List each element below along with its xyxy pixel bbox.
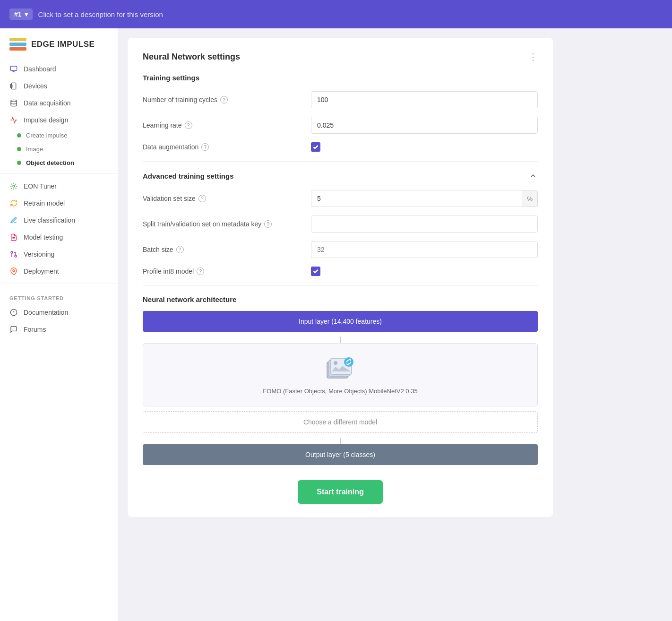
sidebar-label-devices: Devices (24, 82, 47, 90)
sidebar-item-impulse-design[interactable]: Impulse design (0, 112, 118, 129)
svg-point-10 (11, 251, 13, 253)
model-name-label: FOMO (Faster Objects, More Objects) Mobi… (155, 388, 526, 395)
output-layer-bar: Output layer (5 classes) (143, 444, 538, 465)
validation-set-size-label: Validation set size ? (143, 195, 303, 202)
sidebar-label-object-detection: Object detection (26, 159, 74, 166)
batch-size-input[interactable] (311, 241, 538, 258)
training-cycles-help-icon[interactable]: ? (220, 96, 228, 104)
more-options-icon[interactable]: ⋮ (528, 51, 538, 62)
logo-icon (9, 38, 26, 51)
docs-icon (9, 308, 18, 317)
validation-set-size-input-group: % (311, 190, 538, 207)
dot-icon-image (17, 147, 21, 151)
sidebar-label-live-classification: Live classification (24, 216, 75, 224)
sidebar-item-devices[interactable]: Devices (0, 78, 118, 95)
profile-int8-label: Profile int8 model ? (143, 267, 303, 275)
validation-set-size-input[interactable] (311, 190, 522, 207)
sidebar-item-create-impulse[interactable]: Create impulse (0, 129, 118, 142)
deployment-icon (9, 267, 18, 276)
validation-set-size-help-icon[interactable]: ? (198, 195, 206, 202)
version-badge[interactable]: #1 ▾ (9, 9, 33, 20)
dot-icon-create-impulse (17, 133, 21, 138)
split-train-validation-row: Split train/validation set on metadata k… (143, 216, 538, 233)
connector-line-1 (340, 336, 341, 343)
logo-stripe-blue (9, 43, 26, 46)
sidebar-label-impulse-design: Impulse design (24, 116, 68, 124)
monitor-icon (9, 65, 18, 73)
getting-started-label: GETTING STARTED (0, 288, 118, 304)
forums-icon (9, 325, 18, 334)
training-settings-section-title: Training settings (143, 74, 538, 82)
sidebar-label-eon-tuner: EON Tuner (24, 182, 57, 190)
sidebar-item-image[interactable]: Image (0, 142, 118, 156)
sidebar-label-create-impulse: Create impulse (26, 132, 67, 139)
data-augmentation-row: Data augmentation ? (143, 142, 538, 152)
sidebar-item-object-detection[interactable]: Object detection (0, 156, 118, 170)
svg-rect-0 (10, 66, 17, 70)
learning-rate-help-icon[interactable]: ? (185, 121, 192, 129)
version-description[interactable]: Click to set a description for this vers… (38, 10, 163, 18)
sidebar-label-data-acquisition: Data acquisition (24, 99, 71, 107)
sidebar-label-retrain-model: Retrain model (24, 199, 65, 207)
top-bar: #1 ▾ Click to set a description for this… (0, 0, 672, 28)
panel-header: Neural Network settings ⋮ (143, 51, 538, 62)
input-layer-bar: Input layer (14,400 features) (143, 311, 538, 332)
sidebar-item-forums[interactable]: Forums (0, 321, 118, 338)
batch-size-label: Batch size ? (143, 246, 303, 253)
advanced-section-header[interactable]: Advanced training settings (143, 171, 538, 181)
sidebar-item-versioning[interactable]: Versioning (0, 246, 118, 263)
batch-size-help-icon[interactable]: ? (176, 246, 184, 253)
panel-title: Neural Network settings (143, 52, 240, 62)
profile-int8-help-icon[interactable]: ? (197, 267, 204, 275)
data-augmentation-checkbox[interactable] (311, 142, 320, 152)
logo-text: EDGE IMPULSE (31, 40, 95, 49)
start-training-button[interactable]: Start training (298, 480, 383, 504)
chevron-up-icon (528, 171, 538, 181)
training-cycles-label: Number of training cycles ? (143, 96, 303, 104)
sidebar-label-versioning: Versioning (24, 250, 54, 258)
learning-rate-row: Learning rate ? (143, 117, 538, 134)
devices-icon (9, 82, 18, 90)
sidebar-item-data-acquisition[interactable]: Data acquisition (0, 95, 118, 112)
profile-int8-checkbox[interactable] (311, 267, 320, 276)
batch-size-row: Batch size ? (143, 241, 538, 258)
section-divider-2 (143, 285, 538, 286)
profile-int8-row: Profile int8 model ? (143, 267, 538, 276)
split-train-validation-input[interactable] (311, 216, 538, 233)
sidebar-item-live-classification[interactable]: Live classification (0, 212, 118, 229)
sidebar-item-dashboard[interactable]: Dashboard (0, 60, 118, 78)
sidebar-label-model-testing: Model testing (24, 233, 63, 241)
sidebar-item-retrain-model[interactable]: Retrain model (0, 195, 118, 212)
choose-model-button[interactable]: Choose a different model (143, 411, 538, 433)
training-cycles-row: Number of training cycles ? (143, 91, 538, 108)
logo-area: EDGE IMPULSE (0, 38, 118, 60)
sidebar-item-model-testing[interactable]: Model testing (0, 229, 118, 246)
validation-set-size-row: Validation set size ? % (143, 190, 538, 207)
sidebar-item-eon-tuner[interactable]: EON Tuner (0, 178, 118, 195)
sidebar-divider-2 (0, 284, 118, 284)
versioning-icon (9, 250, 18, 259)
version-chevron: ▾ (25, 10, 28, 18)
eon-icon (9, 182, 18, 190)
testing-icon (9, 233, 18, 242)
main-layout: EDGE IMPULSE Dashboard Devices Data acqu… (0, 28, 672, 621)
split-train-validation-help-icon[interactable]: ? (264, 220, 272, 228)
sidebar-item-documentation[interactable]: Documentation (0, 304, 118, 321)
logo-stripe-orange (9, 47, 26, 51)
section-divider-1 (143, 161, 538, 162)
settings-panel: Neural Network settings ⋮ Training setti… (128, 38, 553, 517)
data-augmentation-help-icon[interactable]: ? (201, 143, 209, 151)
sidebar-item-deployment[interactable]: Deployment (0, 263, 118, 280)
svg-point-12 (13, 270, 15, 272)
version-number: #1 (14, 10, 22, 18)
database-icon (9, 99, 18, 107)
svg-point-20 (344, 357, 353, 367)
content-area: Neural Network settings ⋮ Training setti… (118, 28, 672, 621)
data-augmentation-label: Data augmentation ? (143, 143, 303, 151)
sidebar-divider-1 (0, 173, 118, 174)
training-cycles-input[interactable] (311, 91, 538, 108)
architecture-section-title: Neural network architecture (143, 295, 538, 303)
learning-rate-input[interactable] (311, 117, 538, 134)
percent-unit-label: % (522, 190, 538, 207)
svg-point-19 (334, 361, 337, 365)
